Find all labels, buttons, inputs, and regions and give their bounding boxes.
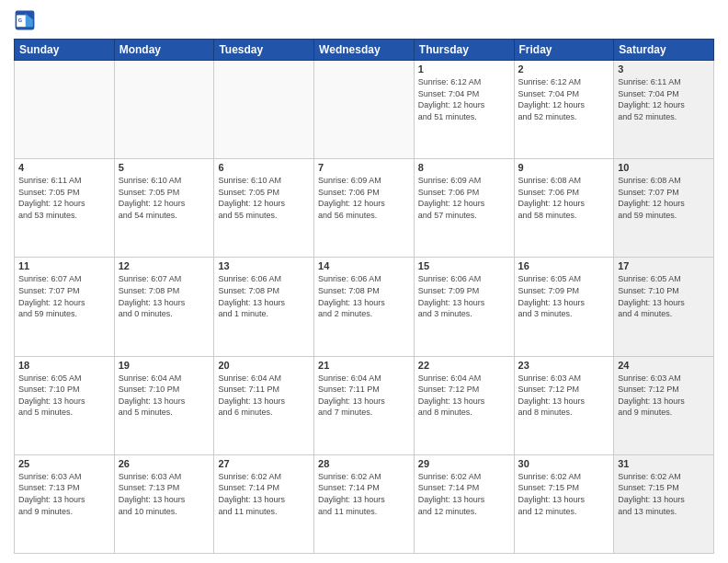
calendar-week-row: 1Sunrise: 6:12 AM Sunset: 7:04 PM Daylig… bbox=[15, 61, 714, 159]
day-number: 10 bbox=[618, 162, 710, 173]
day-number: 2 bbox=[518, 63, 610, 75]
day-number: 29 bbox=[418, 458, 510, 469]
calendar-week-row: 18Sunrise: 6:05 AM Sunset: 7:10 PM Dayli… bbox=[15, 356, 714, 454]
day-number: 24 bbox=[618, 360, 710, 371]
calendar-cell: 24Sunrise: 6:03 AM Sunset: 7:12 PM Dayli… bbox=[614, 356, 714, 454]
day-info: Sunrise: 6:02 AM Sunset: 7:14 PM Dayligh… bbox=[418, 471, 510, 517]
calendar-cell: 29Sunrise: 6:02 AM Sunset: 7:14 PM Dayli… bbox=[414, 454, 514, 553]
day-number: 14 bbox=[318, 260, 410, 271]
day-number: 1 bbox=[418, 63, 510, 75]
calendar-cell: 28Sunrise: 6:02 AM Sunset: 7:14 PM Dayli… bbox=[314, 454, 415, 553]
calendar-week-row: 11Sunrise: 6:07 AM Sunset: 7:07 PM Dayli… bbox=[15, 258, 714, 356]
calendar-week-row: 4Sunrise: 6:11 AM Sunset: 7:05 PM Daylig… bbox=[15, 159, 714, 258]
day-info: Sunrise: 6:03 AM Sunset: 7:13 PM Dayligh… bbox=[119, 471, 210, 517]
calendar-cell: 25Sunrise: 6:03 AM Sunset: 7:13 PM Dayli… bbox=[15, 454, 115, 553]
day-info: Sunrise: 6:02 AM Sunset: 7:14 PM Dayligh… bbox=[318, 471, 410, 517]
calendar-cell: 20Sunrise: 6:04 AM Sunset: 7:11 PM Dayli… bbox=[214, 356, 314, 454]
day-info: Sunrise: 6:10 AM Sunset: 7:05 PM Dayligh… bbox=[218, 175, 310, 221]
day-number: 20 bbox=[218, 360, 310, 371]
day-info: Sunrise: 6:07 AM Sunset: 7:08 PM Dayligh… bbox=[119, 273, 210, 319]
day-info: Sunrise: 6:06 AM Sunset: 7:09 PM Dayligh… bbox=[418, 273, 510, 319]
calendar-cell bbox=[214, 61, 314, 159]
page: G SundayMondayTuesdayWednesdayThursdayFr… bbox=[0, 0, 728, 563]
day-number: 16 bbox=[518, 260, 610, 271]
day-number: 31 bbox=[618, 458, 710, 469]
day-number: 21 bbox=[318, 360, 410, 371]
weekday-header: Sunday bbox=[15, 40, 115, 61]
calendar-cell: 5Sunrise: 6:10 AM Sunset: 7:05 PM Daylig… bbox=[114, 159, 214, 258]
calendar-cell: 21Sunrise: 6:04 AM Sunset: 7:11 PM Dayli… bbox=[314, 356, 415, 454]
day-number: 12 bbox=[119, 260, 210, 271]
calendar-cell: 9Sunrise: 6:08 AM Sunset: 7:06 PM Daylig… bbox=[514, 159, 614, 258]
calendar-cell: 1Sunrise: 6:12 AM Sunset: 7:04 PM Daylig… bbox=[414, 61, 514, 159]
calendar-cell: 8Sunrise: 6:09 AM Sunset: 7:06 PM Daylig… bbox=[414, 159, 514, 258]
day-number: 15 bbox=[418, 260, 510, 271]
day-number: 9 bbox=[518, 162, 610, 173]
day-number: 7 bbox=[318, 162, 410, 173]
day-info: Sunrise: 6:03 AM Sunset: 7:12 PM Dayligh… bbox=[518, 373, 610, 419]
calendar-cell: 15Sunrise: 6:06 AM Sunset: 7:09 PM Dayli… bbox=[414, 258, 514, 356]
calendar-cell: 22Sunrise: 6:04 AM Sunset: 7:12 PM Dayli… bbox=[414, 356, 514, 454]
weekday-header: Tuesday bbox=[214, 40, 314, 61]
day-number: 18 bbox=[18, 360, 110, 371]
calendar-cell: 14Sunrise: 6:06 AM Sunset: 7:08 PM Dayli… bbox=[314, 258, 415, 356]
day-info: Sunrise: 6:08 AM Sunset: 7:06 PM Dayligh… bbox=[518, 175, 610, 221]
weekday-header: Thursday bbox=[414, 40, 514, 61]
calendar-cell bbox=[114, 61, 214, 159]
day-number: 5 bbox=[119, 162, 210, 173]
calendar-cell: 3Sunrise: 6:11 AM Sunset: 7:04 PM Daylig… bbox=[614, 61, 714, 159]
day-info: Sunrise: 6:04 AM Sunset: 7:11 PM Dayligh… bbox=[218, 373, 310, 419]
day-number: 27 bbox=[218, 458, 310, 469]
day-number: 28 bbox=[318, 458, 410, 469]
day-info: Sunrise: 6:02 AM Sunset: 7:15 PM Dayligh… bbox=[518, 471, 610, 517]
day-number: 19 bbox=[119, 360, 210, 371]
day-number: 4 bbox=[18, 162, 110, 173]
day-info: Sunrise: 6:04 AM Sunset: 7:11 PM Dayligh… bbox=[318, 373, 410, 419]
day-info: Sunrise: 6:06 AM Sunset: 7:08 PM Dayligh… bbox=[318, 273, 410, 319]
day-number: 30 bbox=[518, 458, 610, 469]
calendar-week-row: 25Sunrise: 6:03 AM Sunset: 7:13 PM Dayli… bbox=[15, 454, 714, 553]
day-info: Sunrise: 6:12 AM Sunset: 7:04 PM Dayligh… bbox=[418, 76, 510, 122]
day-info: Sunrise: 6:12 AM Sunset: 7:04 PM Dayligh… bbox=[518, 76, 610, 122]
svg-text:G: G bbox=[18, 17, 22, 23]
calendar-cell: 23Sunrise: 6:03 AM Sunset: 7:12 PM Dayli… bbox=[514, 356, 614, 454]
day-info: Sunrise: 6:04 AM Sunset: 7:10 PM Dayligh… bbox=[119, 373, 210, 419]
day-info: Sunrise: 6:02 AM Sunset: 7:15 PM Dayligh… bbox=[618, 471, 710, 517]
day-info: Sunrise: 6:09 AM Sunset: 7:06 PM Dayligh… bbox=[318, 175, 410, 221]
day-number: 8 bbox=[418, 162, 510, 173]
weekday-header: Monday bbox=[114, 40, 214, 61]
day-number: 25 bbox=[18, 458, 110, 469]
calendar-cell bbox=[15, 61, 115, 159]
day-info: Sunrise: 6:02 AM Sunset: 7:14 PM Dayligh… bbox=[218, 471, 310, 517]
day-number: 23 bbox=[518, 360, 610, 371]
day-info: Sunrise: 6:06 AM Sunset: 7:08 PM Dayligh… bbox=[218, 273, 310, 319]
calendar-cell: 30Sunrise: 6:02 AM Sunset: 7:15 PM Dayli… bbox=[514, 454, 614, 553]
day-info: Sunrise: 6:05 AM Sunset: 7:10 PM Dayligh… bbox=[618, 273, 710, 319]
calendar-cell: 12Sunrise: 6:07 AM Sunset: 7:08 PM Dayli… bbox=[114, 258, 214, 356]
day-info: Sunrise: 6:09 AM Sunset: 7:06 PM Dayligh… bbox=[418, 175, 510, 221]
day-info: Sunrise: 6:04 AM Sunset: 7:12 PM Dayligh… bbox=[418, 373, 510, 419]
weekday-header: Friday bbox=[514, 40, 614, 61]
day-info: Sunrise: 6:05 AM Sunset: 7:09 PM Dayligh… bbox=[518, 273, 610, 319]
day-info: Sunrise: 6:03 AM Sunset: 7:12 PM Dayligh… bbox=[618, 373, 710, 419]
calendar-cell: 6Sunrise: 6:10 AM Sunset: 7:05 PM Daylig… bbox=[214, 159, 314, 258]
day-info: Sunrise: 6:11 AM Sunset: 7:04 PM Dayligh… bbox=[618, 76, 710, 122]
day-info: Sunrise: 6:03 AM Sunset: 7:13 PM Dayligh… bbox=[18, 471, 110, 517]
calendar-cell: 2Sunrise: 6:12 AM Sunset: 7:04 PM Daylig… bbox=[514, 61, 614, 159]
weekday-header: Wednesday bbox=[314, 40, 415, 61]
calendar-cell: 13Sunrise: 6:06 AM Sunset: 7:08 PM Dayli… bbox=[214, 258, 314, 356]
day-number: 11 bbox=[18, 260, 110, 271]
day-number: 6 bbox=[218, 162, 310, 173]
calendar-cell: 4Sunrise: 6:11 AM Sunset: 7:05 PM Daylig… bbox=[15, 159, 115, 258]
day-info: Sunrise: 6:10 AM Sunset: 7:05 PM Dayligh… bbox=[119, 175, 210, 221]
day-number: 17 bbox=[618, 260, 710, 271]
calendar-cell: 26Sunrise: 6:03 AM Sunset: 7:13 PM Dayli… bbox=[114, 454, 214, 553]
header: G bbox=[14, 9, 714, 31]
day-number: 26 bbox=[119, 458, 210, 469]
day-info: Sunrise: 6:05 AM Sunset: 7:10 PM Dayligh… bbox=[18, 373, 110, 419]
calendar-cell: 7Sunrise: 6:09 AM Sunset: 7:06 PM Daylig… bbox=[314, 159, 415, 258]
calendar-cell: 19Sunrise: 6:04 AM Sunset: 7:10 PM Dayli… bbox=[114, 356, 214, 454]
day-number: 13 bbox=[218, 260, 310, 271]
calendar-cell: 18Sunrise: 6:05 AM Sunset: 7:10 PM Dayli… bbox=[15, 356, 115, 454]
calendar-cell: 10Sunrise: 6:08 AM Sunset: 7:07 PM Dayli… bbox=[614, 159, 714, 258]
